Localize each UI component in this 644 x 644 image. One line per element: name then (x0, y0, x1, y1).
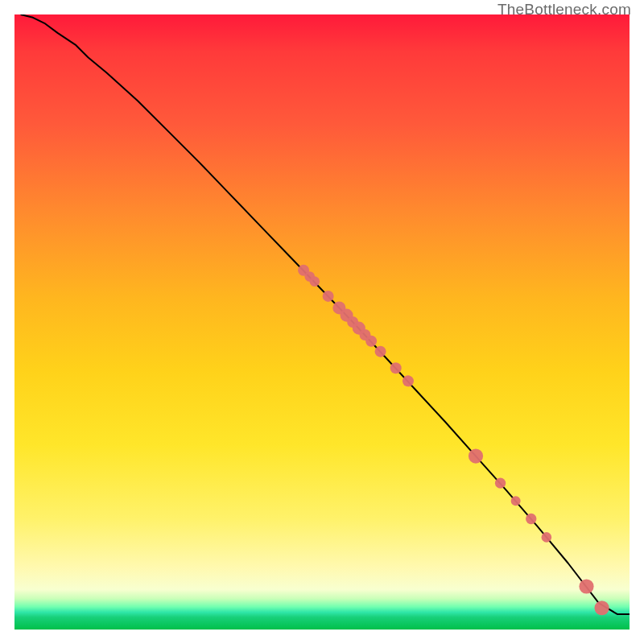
chart-point (595, 601, 609, 615)
chart-stage: TheBottleneck.com (0, 0, 644, 644)
chart-point (542, 532, 552, 543)
chart-point (365, 336, 377, 347)
chart-svg (14, 14, 630, 630)
chart-point (526, 514, 536, 524)
chart-point (310, 276, 320, 287)
chart-point (323, 291, 334, 302)
chart-point (495, 478, 506, 489)
chart-curve (21, 14, 630, 614)
watermark-text: TheBottleneck.com (497, 1, 631, 19)
chart-point (375, 346, 386, 357)
chart-point (402, 375, 414, 386)
chart-point (579, 579, 593, 593)
chart-point (469, 448, 483, 463)
chart-point (390, 362, 402, 374)
chart-point (511, 496, 521, 506)
